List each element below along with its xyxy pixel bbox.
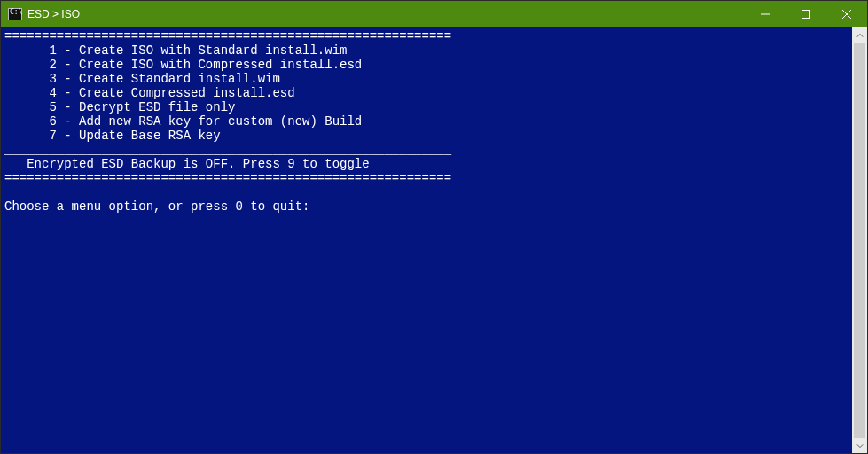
divider-short: ________________________________________… [4, 143, 451, 157]
close-button[interactable] [826, 1, 867, 27]
scroll-thumb[interactable] [854, 43, 865, 438]
prompt-line: Choose a menu option, or press 0 to quit… [4, 200, 309, 214]
cmd-icon [8, 8, 22, 20]
close-icon [842, 10, 851, 19]
window-title: ESD > ISO [27, 8, 80, 20]
menu-list: 1 - Create ISO with Standard install.wim… [4, 43, 362, 143]
scroll-track[interactable] [852, 43, 867, 438]
vertical-scrollbar[interactable] [852, 27, 867, 453]
minimize-icon [761, 10, 770, 19]
svg-rect-1 [802, 11, 810, 19]
minimize-button[interactable] [745, 1, 786, 27]
scroll-up-button[interactable] [852, 27, 867, 43]
divider-top: ========================================… [4, 29, 451, 43]
chevron-up-icon [856, 32, 864, 39]
chevron-down-icon [856, 442, 864, 450]
app-window: ESD > ISO ==============================… [0, 0, 868, 454]
status-line: Encrypted ESD Backup is OFF. Press 9 to … [4, 157, 370, 171]
titlebar[interactable]: ESD > ISO [1, 1, 867, 27]
scroll-down-button[interactable] [852, 438, 867, 453]
maximize-button[interactable] [786, 1, 826, 27]
terminal-output[interactable]: ========================================… [1, 27, 852, 453]
maximize-icon [802, 10, 810, 19]
divider-bottom: ========================================… [4, 171, 451, 185]
client-area: ========================================… [1, 27, 867, 453]
